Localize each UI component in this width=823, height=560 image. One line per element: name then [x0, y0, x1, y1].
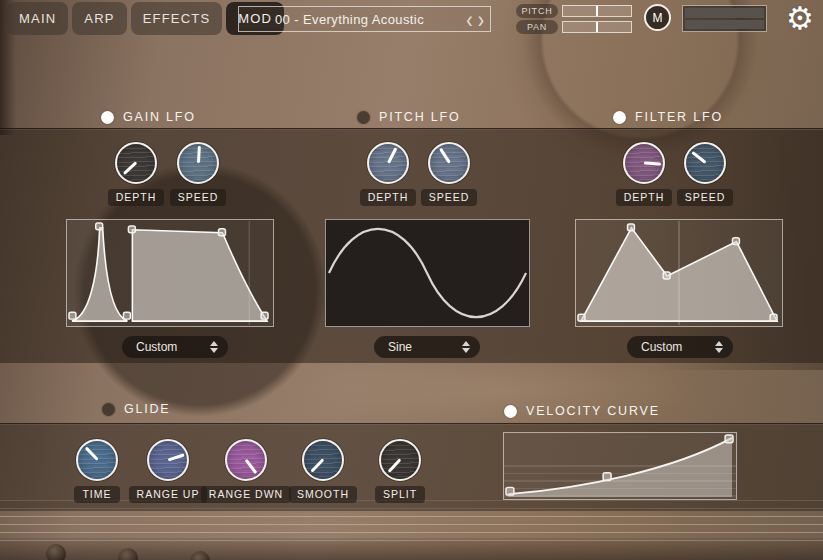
pitch-lfo-title: PITCH LFO	[379, 110, 460, 124]
pitch-waveform-select[interactable]: Sine	[374, 336, 480, 358]
pitch-lfo-waveform-display[interactable]	[325, 219, 530, 327]
pitch-waveform-value: Sine	[388, 340, 412, 354]
preset-selector[interactable]: 00 - Everything Acoustic ‹ ›	[238, 6, 491, 32]
gain-lfo-toggle[interactable]	[101, 111, 114, 124]
gain-speed-knob-unit: SPEED	[153, 142, 243, 206]
knob-needle	[168, 454, 185, 462]
select-arrows-icon	[462, 341, 470, 353]
glide-smooth-label: SMOOTH	[289, 486, 357, 503]
curve-handle[interactable]	[628, 224, 635, 231]
gain-lfo-header: GAIN LFO	[101, 109, 196, 125]
glide-header: GLIDE	[102, 401, 171, 417]
pitch-lfo-header: PITCH LFO	[357, 109, 460, 125]
curve-handle[interactable]	[96, 223, 103, 230]
gain-waveform-value: Custom	[136, 340, 177, 354]
curve-handle[interactable]	[663, 272, 670, 279]
pitch-speed-label: SPEED	[421, 189, 478, 206]
velocity-curve-display[interactable]	[503, 432, 737, 500]
filter-speed-label: SPEED	[677, 189, 734, 206]
filter-lfo-title: FILTER LFO	[635, 110, 723, 124]
glide-toggle[interactable]	[102, 403, 115, 416]
select-arrows-icon	[715, 341, 723, 353]
pitch-lfo-toggle[interactable]	[357, 111, 370, 124]
velocity-curve-header: VELOCITY CURVE	[504, 403, 660, 419]
gain-speed-label: SPEED	[170, 189, 227, 206]
curve-handle[interactable]	[219, 229, 226, 236]
knob-needle	[84, 447, 97, 461]
filter-depth-knob[interactable]	[623, 142, 665, 184]
curve-handle[interactable]	[69, 312, 76, 319]
tab-main[interactable]: MAIN	[7, 2, 68, 35]
glide-time-label: TIME	[74, 486, 119, 503]
curve-handle[interactable]	[578, 314, 585, 321]
knob-needle	[245, 459, 257, 474]
preset-prev-icon[interactable]: ‹	[466, 7, 472, 31]
pitch-slider[interactable]	[562, 5, 632, 17]
gain-speed-knob[interactable]	[177, 142, 219, 184]
knob-needle	[644, 162, 661, 166]
glide-time-knob[interactable]	[76, 439, 118, 481]
plugin-window: MAIN ARP EFFECTS MOD 00 - Everything Aco…	[0, 0, 823, 560]
velocity-curve-title: VELOCITY CURVE	[526, 404, 660, 418]
filter-waveform-value: Custom	[641, 340, 682, 354]
knob-needle	[387, 148, 397, 164]
settings-gear-icon[interactable]: ⚙	[782, 0, 818, 36]
velocity-curve-toggle[interactable]	[504, 405, 517, 418]
pan-slider-handle[interactable]	[596, 22, 598, 32]
pan-label: PAN	[516, 20, 558, 34]
level-meter-bar-right	[685, 20, 764, 30]
curve-handle[interactable]	[123, 312, 130, 319]
gain-lfo-title: GAIN LFO	[123, 110, 196, 124]
pitch-depth-knob[interactable]	[367, 142, 409, 184]
knob-needle	[310, 459, 323, 473]
curve-handle[interactable]	[128, 226, 135, 233]
select-arrows-icon	[210, 341, 218, 353]
tab-arp[interactable]: ARP	[72, 2, 126, 35]
curve-handle[interactable]	[603, 473, 611, 481]
glide-split-knob[interactable]	[379, 439, 421, 481]
glide-range-up-knob-unit: RANGE UP	[123, 439, 213, 503]
glide-split-label: SPLIT	[375, 486, 425, 503]
glide-range-up-knob[interactable]	[147, 439, 189, 481]
filter-lfo-header: FILTER LFO	[613, 109, 723, 125]
pitch-speed-knob-unit: SPEED	[404, 142, 494, 206]
glide-smooth-knob[interactable]	[302, 439, 344, 481]
pan-slider[interactable]	[562, 21, 632, 33]
gain-depth-knob[interactable]	[115, 142, 157, 184]
knob-needle	[197, 146, 200, 163]
curve-handle[interactable]	[770, 314, 777, 321]
level-meter	[682, 5, 767, 32]
filter-lfo-waveform-display[interactable]	[575, 219, 783, 327]
filter-lfo-toggle[interactable]	[613, 111, 626, 124]
preset-arrows: ‹ ›	[466, 7, 484, 31]
pitch-label: PITCH	[516, 4, 558, 18]
pitch-slider-handle[interactable]	[596, 6, 598, 16]
level-meter-bar-left	[685, 8, 764, 18]
curve-handle[interactable]	[506, 487, 514, 495]
pitch-speed-knob[interactable]	[428, 142, 470, 184]
filter-waveform-select[interactable]: Custom	[627, 336, 733, 358]
bridge-pin-image	[46, 544, 66, 560]
curve-handle[interactable]	[725, 435, 733, 443]
filter-speed-knob[interactable]	[684, 142, 726, 184]
glide-range-up-label: RANGE UP	[129, 486, 208, 503]
glide-range-dwn-knob[interactable]	[225, 439, 267, 481]
glide-split-knob-unit: SPLIT	[355, 439, 445, 503]
gain-lfo-waveform-display[interactable]	[66, 219, 274, 327]
glide-title: GLIDE	[124, 402, 171, 416]
knob-needle	[123, 162, 137, 175]
knob-needle	[439, 148, 450, 163]
knob-needle	[691, 152, 706, 164]
preset-name: 00 - Everything Acoustic	[239, 12, 490, 27]
mute-button[interactable]: M	[644, 4, 671, 31]
knob-needle	[388, 459, 401, 473]
filter-speed-knob-unit: SPEED	[660, 142, 750, 206]
curve-handle[interactable]	[261, 312, 268, 319]
preset-next-icon[interactable]: ›	[478, 7, 484, 31]
tab-effects[interactable]: EFFECTS	[131, 2, 223, 35]
curve-handle[interactable]	[732, 238, 739, 245]
gain-waveform-select[interactable]: Custom	[122, 336, 228, 358]
